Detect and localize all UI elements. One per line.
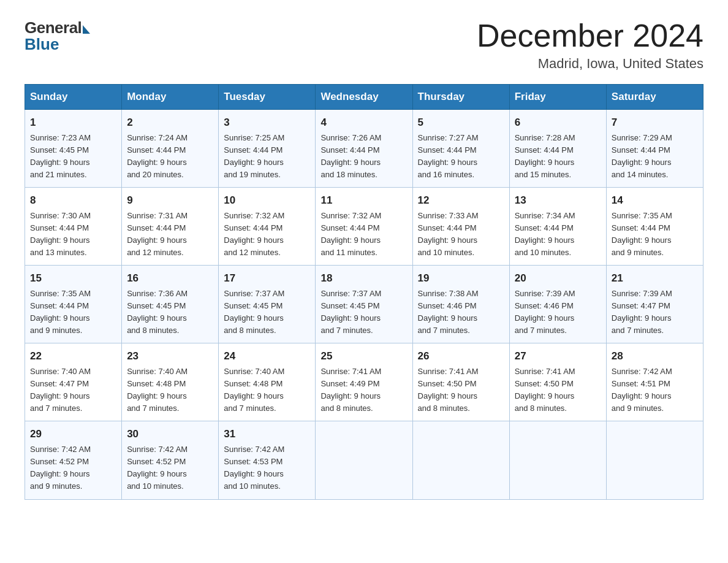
day-number: 15 [30, 270, 116, 286]
calendar-cell: 9Sunrise: 7:31 AMSunset: 4:44 PMDaylight… [122, 188, 219, 266]
logo-arrow-icon [83, 25, 90, 34]
calendar-cell: 26Sunrise: 7:41 AMSunset: 4:50 PMDayligh… [412, 343, 509, 421]
day-number: 22 [30, 348, 116, 364]
day-info: Sunrise: 7:23 AMSunset: 4:45 PMDaylight:… [30, 132, 116, 182]
day-number: 28 [612, 348, 698, 364]
calendar-week-row: 15Sunrise: 7:35 AMSunset: 4:44 PMDayligh… [25, 266, 703, 343]
calendar-cell: 10Sunrise: 7:32 AMSunset: 4:44 PMDayligh… [219, 188, 316, 266]
day-info: Sunrise: 7:42 AMSunset: 4:52 PMDaylight:… [127, 443, 213, 493]
calendar-cell: 17Sunrise: 7:37 AMSunset: 4:45 PMDayligh… [219, 266, 316, 343]
day-info: Sunrise: 7:26 AMSunset: 4:44 PMDaylight:… [320, 132, 407, 182]
day-number: 24 [224, 348, 310, 364]
day-number: 5 [418, 115, 504, 131]
day-info: Sunrise: 7:37 AMSunset: 4:45 PMDaylight:… [224, 288, 310, 337]
calendar-cell: 4Sunrise: 7:26 AMSunset: 4:44 PMDaylight… [316, 110, 412, 188]
day-number: 3 [224, 115, 310, 131]
calendar-cell: 23Sunrise: 7:40 AMSunset: 4:48 PMDayligh… [122, 343, 219, 421]
day-info: Sunrise: 7:29 AMSunset: 4:44 PMDaylight:… [612, 132, 698, 182]
day-info: Sunrise: 7:35 AMSunset: 4:44 PMDaylight:… [612, 210, 698, 259]
calendar-cell: 19Sunrise: 7:38 AMSunset: 4:46 PMDayligh… [412, 266, 509, 343]
calendar-cell: 29Sunrise: 7:42 AMSunset: 4:52 PMDayligh… [25, 421, 122, 499]
calendar-cell [412, 421, 509, 499]
calendar-week-row: 1Sunrise: 7:23 AMSunset: 4:45 PMDaylight… [25, 110, 703, 188]
col-header-saturday: Saturday [606, 85, 703, 110]
day-number: 17 [224, 270, 310, 286]
day-number: 8 [30, 193, 116, 209]
day-info: Sunrise: 7:42 AMSunset: 4:52 PMDaylight:… [30, 443, 116, 493]
day-number: 19 [418, 270, 504, 286]
day-number: 27 [515, 348, 601, 364]
calendar-week-row: 22Sunrise: 7:40 AMSunset: 4:47 PMDayligh… [25, 343, 703, 421]
calendar-cell: 28Sunrise: 7:42 AMSunset: 4:51 PMDayligh… [606, 343, 703, 421]
day-number: 21 [612, 270, 698, 286]
calendar-cell: 14Sunrise: 7:35 AMSunset: 4:44 PMDayligh… [606, 188, 703, 266]
logo: General Blue [25, 18, 90, 54]
day-number: 14 [612, 193, 698, 209]
day-info: Sunrise: 7:42 AMSunset: 4:53 PMDaylight:… [224, 443, 310, 493]
day-number: 12 [418, 193, 504, 209]
day-number: 11 [320, 193, 407, 209]
col-header-monday: Monday [122, 85, 219, 110]
day-info: Sunrise: 7:28 AMSunset: 4:44 PMDaylight:… [515, 132, 601, 182]
calendar-cell: 3Sunrise: 7:25 AMSunset: 4:44 PMDaylight… [219, 110, 316, 188]
col-header-thursday: Thursday [412, 85, 509, 110]
day-info: Sunrise: 7:33 AMSunset: 4:44 PMDaylight:… [418, 210, 504, 259]
page-header: General Blue December 2024 Madrid, Iowa,… [25, 18, 703, 72]
day-info: Sunrise: 7:40 AMSunset: 4:48 PMDaylight:… [127, 366, 213, 415]
day-info: Sunrise: 7:25 AMSunset: 4:44 PMDaylight:… [224, 132, 310, 182]
calendar-cell: 24Sunrise: 7:40 AMSunset: 4:48 PMDayligh… [219, 343, 316, 421]
day-info: Sunrise: 7:41 AMSunset: 4:49 PMDaylight:… [320, 366, 407, 415]
day-info: Sunrise: 7:36 AMSunset: 4:45 PMDaylight:… [127, 288, 213, 337]
month-year-title: December 2024 [477, 18, 703, 53]
calendar-cell: 15Sunrise: 7:35 AMSunset: 4:44 PMDayligh… [25, 266, 122, 343]
day-number: 26 [418, 348, 504, 364]
day-number: 29 [30, 426, 116, 442]
day-number: 9 [127, 193, 213, 209]
calendar-cell: 27Sunrise: 7:41 AMSunset: 4:50 PMDayligh… [509, 343, 606, 421]
day-number: 18 [320, 270, 407, 286]
day-info: Sunrise: 7:38 AMSunset: 4:46 PMDaylight:… [418, 288, 504, 337]
day-info: Sunrise: 7:32 AMSunset: 4:44 PMDaylight:… [320, 210, 407, 259]
calendar-cell: 22Sunrise: 7:40 AMSunset: 4:47 PMDayligh… [25, 343, 122, 421]
day-info: Sunrise: 7:27 AMSunset: 4:44 PMDaylight:… [418, 132, 504, 182]
logo-blue-text: Blue [25, 35, 59, 54]
day-info: Sunrise: 7:37 AMSunset: 4:45 PMDaylight:… [320, 288, 407, 337]
day-info: Sunrise: 7:42 AMSunset: 4:51 PMDaylight:… [612, 366, 698, 415]
day-info: Sunrise: 7:39 AMSunset: 4:46 PMDaylight:… [515, 288, 601, 337]
calendar-week-row: 8Sunrise: 7:30 AMSunset: 4:44 PMDaylight… [25, 188, 703, 266]
day-number: 2 [127, 115, 213, 131]
day-number: 10 [224, 193, 310, 209]
calendar-cell: 31Sunrise: 7:42 AMSunset: 4:53 PMDayligh… [219, 421, 316, 499]
day-info: Sunrise: 7:40 AMSunset: 4:47 PMDaylight:… [30, 366, 116, 415]
calendar-cell: 6Sunrise: 7:28 AMSunset: 4:44 PMDaylight… [509, 110, 606, 188]
day-info: Sunrise: 7:24 AMSunset: 4:44 PMDaylight:… [127, 132, 213, 182]
day-number: 30 [127, 426, 213, 442]
calendar-cell: 20Sunrise: 7:39 AMSunset: 4:46 PMDayligh… [509, 266, 606, 343]
calendar-cell [509, 421, 606, 499]
day-info: Sunrise: 7:35 AMSunset: 4:44 PMDaylight:… [30, 288, 116, 337]
day-number: 31 [224, 426, 310, 442]
calendar-header-row: SundayMondayTuesdayWednesdayThursdayFrid… [25, 85, 703, 110]
calendar-cell: 12Sunrise: 7:33 AMSunset: 4:44 PMDayligh… [412, 188, 509, 266]
calendar-table: SundayMondayTuesdayWednesdayThursdayFrid… [25, 84, 703, 499]
calendar-cell: 21Sunrise: 7:39 AMSunset: 4:47 PMDayligh… [606, 266, 703, 343]
calendar-cell: 16Sunrise: 7:36 AMSunset: 4:45 PMDayligh… [122, 266, 219, 343]
day-number: 4 [320, 115, 407, 131]
day-info: Sunrise: 7:41 AMSunset: 4:50 PMDaylight:… [418, 366, 504, 415]
day-info: Sunrise: 7:40 AMSunset: 4:48 PMDaylight:… [224, 366, 310, 415]
day-number: 13 [515, 193, 601, 209]
day-number: 6 [515, 115, 601, 131]
day-number: 23 [127, 348, 213, 364]
calendar-cell: 2Sunrise: 7:24 AMSunset: 4:44 PMDaylight… [122, 110, 219, 188]
day-info: Sunrise: 7:39 AMSunset: 4:47 PMDaylight:… [612, 288, 698, 337]
day-number: 25 [320, 348, 407, 364]
col-header-tuesday: Tuesday [219, 85, 316, 110]
calendar-cell [606, 421, 703, 499]
col-header-sunday: Sunday [25, 85, 122, 110]
col-header-friday: Friday [509, 85, 606, 110]
day-number: 1 [30, 115, 116, 131]
calendar-cell: 5Sunrise: 7:27 AMSunset: 4:44 PMDaylight… [412, 110, 509, 188]
calendar-cell: 11Sunrise: 7:32 AMSunset: 4:44 PMDayligh… [316, 188, 412, 266]
day-number: 16 [127, 270, 213, 286]
day-number: 7 [612, 115, 698, 131]
